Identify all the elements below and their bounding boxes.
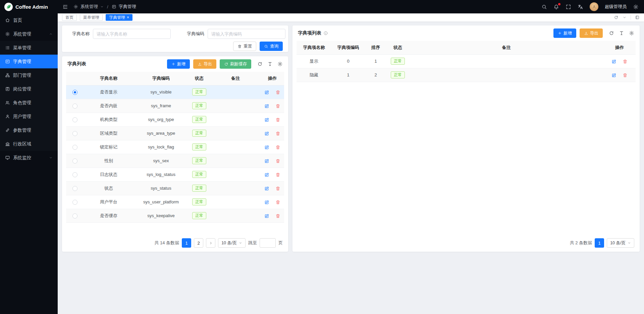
edit-icon[interactable] xyxy=(264,199,269,205)
translate-icon[interactable] xyxy=(578,4,583,10)
table-row[interactable]: 状态 sys_status 正常 xyxy=(66,181,284,195)
close-tab-icon[interactable]: × xyxy=(127,15,129,19)
table-row[interactable]: 隐藏 1 2 正常 xyxy=(297,68,636,82)
font-size-icon[interactable] xyxy=(619,30,624,36)
delete-icon[interactable] xyxy=(623,59,628,64)
sidebar-item-dict[interactable]: 字典管理 xyxy=(0,55,58,68)
sidebar-item-system[interactable]: 系统管理 xyxy=(0,27,58,41)
font-size-icon[interactable] xyxy=(267,61,273,67)
export-dict-button[interactable]: 导出 xyxy=(193,59,216,69)
dict-code-input[interactable] xyxy=(208,29,285,39)
edit-icon[interactable] xyxy=(264,103,269,109)
sidebar-item-dept[interactable]: 部门管理 xyxy=(0,68,58,82)
reset-button[interactable]: 重置 xyxy=(233,42,256,51)
page-button[interactable]: 2 xyxy=(194,238,203,248)
delete-icon[interactable] xyxy=(275,186,280,191)
sidebar-item-menu[interactable]: 菜单管理 xyxy=(0,41,58,55)
breadcrumb-current: 字典管理 xyxy=(119,4,136,10)
table-row[interactable]: 是否显示 sys_visible 正常 xyxy=(66,85,284,99)
notifications-button[interactable] xyxy=(553,4,559,10)
row-radio[interactable] xyxy=(72,117,77,122)
table-row[interactable]: 显示 0 1 正常 xyxy=(297,54,636,68)
sidebar-item-monitor[interactable]: 系统监控 xyxy=(0,151,58,165)
delete-icon[interactable] xyxy=(275,103,280,109)
edit-icon[interactable] xyxy=(611,59,616,64)
collapse-sidebar-icon[interactable] xyxy=(62,4,68,10)
delete-icon[interactable] xyxy=(275,144,280,150)
dict-name-input[interactable] xyxy=(93,29,171,39)
edit-icon[interactable] xyxy=(611,72,616,78)
add-dict-item-button[interactable]: 新增 xyxy=(553,28,576,38)
row-radio[interactable] xyxy=(72,186,77,191)
dict-name-cell: 锁定标记 xyxy=(84,140,134,154)
table-row[interactable]: 锁定标记 sys_lock_flag 正常 xyxy=(66,140,284,154)
refresh-cache-button[interactable]: 刷新缓存 xyxy=(220,59,251,69)
export-dict-item-button[interactable]: 导出 xyxy=(580,28,603,38)
tab[interactable]: 字典管理 × xyxy=(106,14,132,21)
settings-gear-icon[interactable] xyxy=(633,4,639,10)
refresh-table-icon[interactable] xyxy=(257,61,263,67)
page-size-select[interactable]: 10 条/页 xyxy=(607,238,634,248)
table-row[interactable]: 性别 sys_sex 正常 xyxy=(66,154,284,168)
edit-icon[interactable] xyxy=(264,172,269,177)
edit-icon[interactable] xyxy=(264,213,269,218)
fullscreen-icon[interactable] xyxy=(566,4,571,10)
refresh-table-icon[interactable] xyxy=(609,30,614,36)
query-button[interactable]: 查询 xyxy=(260,42,283,51)
layout-toggle-icon[interactable] xyxy=(635,15,640,20)
breadcrumb-system[interactable]: 系统管理 xyxy=(80,4,98,10)
delete-icon[interactable] xyxy=(275,131,280,136)
page-button[interactable]: 1 xyxy=(595,238,604,248)
edit-icon[interactable] xyxy=(264,89,269,95)
row-radio[interactable] xyxy=(72,213,77,218)
next-page-button[interactable] xyxy=(206,238,215,248)
sidebar-item-user[interactable]: 用户管理 xyxy=(0,110,58,123)
left-column: 字典名称 字典编码 重置 xyxy=(62,25,288,252)
table-row[interactable]: 日志状态 sys_log_status 正常 xyxy=(66,168,284,181)
tab-menu-chevron-icon[interactable] xyxy=(623,15,627,19)
sidebar-item-post[interactable]: 岗位管理 xyxy=(0,82,58,96)
jump-page-input[interactable] xyxy=(260,238,276,248)
sidebar-item-region[interactable]: 行政区域 xyxy=(0,137,58,151)
sidebar-item-role[interactable]: 角色管理 xyxy=(0,96,58,110)
row-radio[interactable] xyxy=(72,159,77,164)
username[interactable]: 超级管理员 xyxy=(605,4,627,10)
row-radio[interactable] xyxy=(72,90,77,95)
table-row[interactable]: 是否缓存 sys_keepalive 正常 xyxy=(66,209,284,223)
delete-icon[interactable] xyxy=(275,199,280,205)
edit-icon[interactable] xyxy=(264,117,269,122)
column-settings-icon[interactable] xyxy=(277,61,283,67)
delete-icon[interactable] xyxy=(275,158,280,164)
edit-icon[interactable] xyxy=(264,158,269,164)
app-logo[interactable]: Coffee Admin xyxy=(0,0,58,13)
row-radio[interactable] xyxy=(72,172,77,177)
table-row[interactable]: 机构类型 sys_org_type 正常 xyxy=(66,113,284,126)
user-avatar[interactable] xyxy=(590,2,598,11)
page-size-select[interactable]: 10 条/页 xyxy=(218,238,246,248)
edit-icon[interactable] xyxy=(264,144,269,150)
delete-icon[interactable] xyxy=(275,89,280,95)
search-icon[interactable] xyxy=(541,4,547,10)
info-icon[interactable] xyxy=(323,31,328,36)
table-row[interactable]: 区域类型 sys_area_type 正常 xyxy=(66,126,284,140)
row-radio[interactable] xyxy=(72,104,77,109)
table-row[interactable]: 是否内嵌 sys_frame 正常 xyxy=(66,99,284,113)
sidebar-item-home[interactable]: 首页 xyxy=(0,13,58,27)
delete-icon[interactable] xyxy=(275,172,280,177)
row-radio[interactable] xyxy=(72,145,77,150)
page-button[interactable]: 1 xyxy=(182,238,191,248)
row-radio[interactable] xyxy=(72,200,77,205)
edit-icon[interactable] xyxy=(264,131,269,136)
sidebar-item-param[interactable]: 参数管理 xyxy=(0,123,58,137)
delete-icon[interactable] xyxy=(623,72,628,78)
delete-icon[interactable] xyxy=(275,117,280,122)
column-settings-icon[interactable] xyxy=(629,30,634,36)
row-radio[interactable] xyxy=(72,131,77,136)
refresh-page-icon[interactable] xyxy=(614,15,619,20)
table-row[interactable]: 用户平台 sys_user_platform 正常 xyxy=(66,195,284,209)
delete-icon[interactable] xyxy=(275,213,280,218)
tab[interactable]: 首页 xyxy=(62,14,77,21)
add-dict-button[interactable]: 新增 xyxy=(167,59,190,69)
tab[interactable]: 菜单管理 xyxy=(80,14,103,21)
edit-icon[interactable] xyxy=(264,186,269,191)
